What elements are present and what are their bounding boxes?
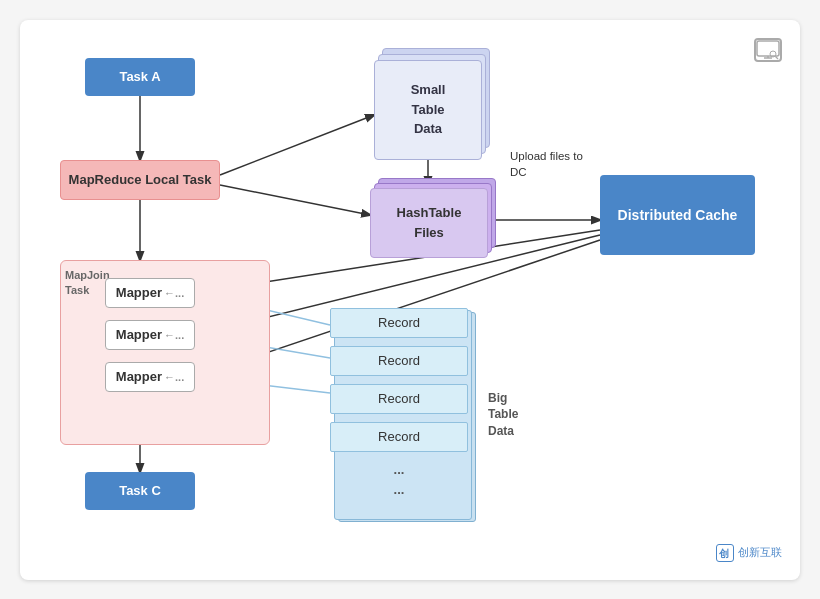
upload-label: Upload files to DC [510, 148, 583, 180]
dots-2-label: ... [394, 482, 405, 497]
record-2-label: Record [378, 353, 420, 368]
dist-cache-label: Distributed Cache [618, 207, 738, 223]
small-table-label: Small Table Data [411, 80, 446, 139]
hashtable-label: HashTable Files [397, 203, 462, 242]
record-3: Record [330, 384, 468, 414]
diagram-container: Task A MapReduce Local Task MapJoinTask … [20, 20, 800, 580]
watermark-text: 创新互联 [738, 545, 782, 560]
mapper3-label: Mapper [116, 369, 162, 384]
task-c-label: Task C [119, 483, 161, 498]
record-4: Record [330, 422, 468, 452]
record-2: Record [330, 346, 468, 376]
mapper2-label: Mapper [116, 327, 162, 342]
record-1: Record [330, 308, 468, 338]
mapreduce-label: MapReduce Local Task [69, 172, 212, 187]
mapper1-label: Mapper [116, 285, 162, 300]
dots-2: ... [330, 480, 468, 500]
dots-1-label: ... [394, 462, 405, 477]
big-table-label-text: Big Table Data [488, 391, 518, 439]
mapjoin-label: MapJoinTask [65, 268, 110, 299]
record-3-label: Record [378, 391, 420, 406]
watermark: 创 创新互联 [716, 544, 782, 562]
big-table-label: Big Table Data [488, 390, 518, 440]
mapper3-box: Mapper ←... [105, 362, 195, 392]
hashtable-box: HashTable Files [370, 188, 488, 258]
dots-1: ... [330, 460, 468, 480]
mapper1-box: Mapper ←... [105, 278, 195, 308]
watermark-icon: 创 [716, 544, 734, 562]
record-1-label: Record [378, 315, 420, 330]
task-a-label: Task A [119, 69, 160, 84]
mapreduce-box: MapReduce Local Task [60, 160, 220, 200]
svg-line-3 [220, 185, 370, 215]
svg-text:创: 创 [718, 548, 729, 559]
task-c-box: Task C [85, 472, 195, 510]
small-table-box: Small Table Data [374, 60, 482, 160]
task-a-box: Task A [85, 58, 195, 96]
screen-icon [754, 38, 782, 62]
mapper2-box: Mapper ←... [105, 320, 195, 350]
record-4-label: Record [378, 429, 420, 444]
svg-line-17 [776, 56, 779, 59]
upload-label-text: Upload files to DC [510, 150, 583, 178]
dist-cache-box: Distributed Cache [600, 175, 755, 255]
svg-line-1 [220, 115, 374, 175]
